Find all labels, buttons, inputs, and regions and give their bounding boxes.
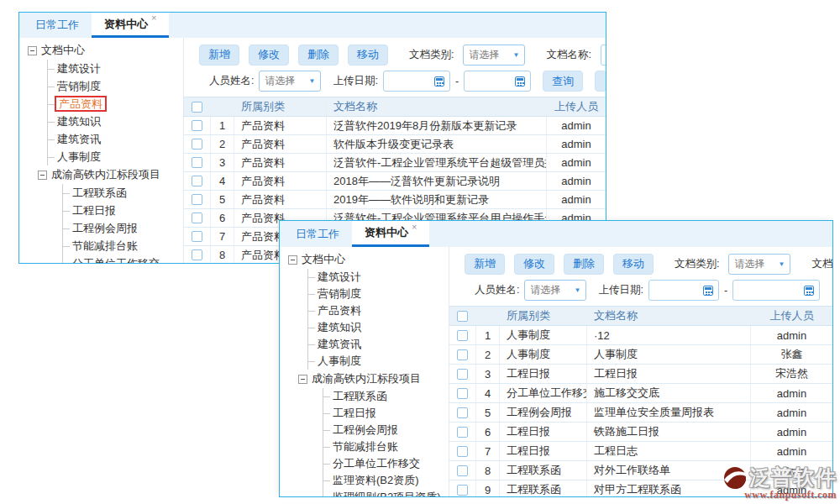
clipped-button[interactable] xyxy=(595,71,606,92)
row-checkbox[interactable] xyxy=(184,209,211,227)
row-checkbox[interactable] xyxy=(449,461,476,480)
tree-item[interactable]: 建筑设计 xyxy=(308,269,449,286)
person-name-select[interactable]: 请选择 ▼ xyxy=(524,280,586,301)
row-checkbox[interactable] xyxy=(184,117,211,134)
tree-root-document-center[interactable]: 文档中心 xyxy=(28,41,183,60)
calendar-icon[interactable] xyxy=(804,286,814,296)
edit-button[interactable]: 修改 xyxy=(514,254,554,275)
table-row[interactable]: 2 人事制度 人事制度 张鑫 xyxy=(449,345,832,365)
header-category[interactable]: 所属别类 xyxy=(500,307,587,325)
person-name-select[interactable]: 请选择 ▼ xyxy=(259,71,321,92)
tree-item[interactable]: 监理细则(B2项目资质) xyxy=(323,489,449,496)
row-checkbox[interactable] xyxy=(449,326,476,344)
row-checkbox[interactable] xyxy=(184,172,211,190)
header-doc-name[interactable]: 文档名称 xyxy=(587,307,751,325)
table-row[interactable]: 4 产品资料 2018年——泛普软件更新记录说明 admin xyxy=(184,172,606,191)
tree-branch-project[interactable]: 成渝高铁内江标段项目 xyxy=(298,370,449,388)
row-checkbox[interactable] xyxy=(184,191,211,208)
select-all-checkbox[interactable] xyxy=(184,97,211,116)
tree-item[interactable]: 监理资料(B2资质) xyxy=(323,472,449,489)
row-checkbox[interactable] xyxy=(184,154,211,171)
row-checkbox[interactable] xyxy=(184,135,211,153)
calendar-icon[interactable] xyxy=(703,286,713,296)
tree-item[interactable]: 工程例会周报 xyxy=(63,219,183,237)
tab-daily-work[interactable]: 日常工作 xyxy=(283,221,352,247)
tree-branch-project[interactable]: 成渝高铁内江标段项目 xyxy=(38,165,183,184)
select-all-checkbox[interactable] xyxy=(449,307,476,325)
add-button[interactable]: 新增 xyxy=(199,45,239,66)
edit-button[interactable]: 修改 xyxy=(249,45,289,66)
tree-item[interactable]: 人事制度 xyxy=(48,148,183,165)
collapse-icon[interactable] xyxy=(298,375,307,384)
tree-item[interactable]: 工程联系函 xyxy=(63,184,183,202)
upload-date-to-input[interactable] xyxy=(732,280,820,301)
row-checkbox[interactable] xyxy=(449,442,476,460)
calendar-icon[interactable] xyxy=(515,76,525,87)
doc-category-select[interactable]: 请选择 ▼ xyxy=(463,45,525,66)
tree-item[interactable]: 产品资料 xyxy=(308,302,449,319)
calendar-icon[interactable] xyxy=(434,76,444,87)
row-checkbox[interactable] xyxy=(449,345,476,364)
collapse-icon[interactable] xyxy=(288,255,297,265)
upload-date-to-input[interactable] xyxy=(464,71,531,92)
tab-data-center[interactable]: 资料中心 × xyxy=(352,221,429,247)
upload-date-from-input[interactable] xyxy=(648,280,719,301)
close-icon[interactable]: × xyxy=(412,223,417,232)
tree-item[interactable]: 产品资料 xyxy=(48,95,183,113)
tree-item[interactable]: 分工单位工作移交 xyxy=(323,455,449,472)
row-doc-name: 工程日志 xyxy=(587,442,751,460)
row-checkbox[interactable] xyxy=(449,403,476,422)
table-row[interactable]: 2 产品资料 软件版本升级变更记录表 admin xyxy=(184,135,606,154)
table-row[interactable]: 5 产品资料 2019年——软件说明和更新记录 admin xyxy=(184,191,606,209)
row-checkbox[interactable] xyxy=(184,228,211,245)
tree-item[interactable]: 工程例会周报 xyxy=(323,422,449,438)
tree-item[interactable]: 人事制度 xyxy=(308,353,449,370)
collapse-icon[interactable] xyxy=(38,171,47,180)
tree-item[interactable]: 工程联系函 xyxy=(323,388,449,405)
close-icon[interactable]: × xyxy=(151,13,156,23)
add-button[interactable]: 新增 xyxy=(465,254,505,275)
header-uploader[interactable]: 上传人员 xyxy=(547,97,606,116)
header-doc-name[interactable]: 文档名称 xyxy=(327,97,547,116)
tree-item[interactable]: 营销制度 xyxy=(48,77,183,95)
table-row[interactable]: 3 工程日报 工程日报 宋浩然 xyxy=(449,365,832,384)
tree-item[interactable]: 节能减排台账 xyxy=(323,438,449,455)
tree-item[interactable]: 工程日报 xyxy=(323,405,449,422)
tree-item[interactable]: 节能减排台账 xyxy=(63,237,183,255)
select-value: 请选择 xyxy=(734,257,764,271)
table-row[interactable]: 7 工程日报 工程日志 admin xyxy=(449,442,832,461)
tab-daily-work[interactable]: 日常工作 xyxy=(23,13,92,38)
header-uploader[interactable]: 上传人员 xyxy=(751,307,832,325)
table-row[interactable]: 6 工程日报 铁路施工日报 admin xyxy=(449,423,832,442)
tree-item[interactable]: 建筑知识 xyxy=(48,113,183,130)
upload-date-from-input[interactable] xyxy=(383,71,450,92)
move-button[interactable]: 移动 xyxy=(613,254,654,275)
tree-item[interactable]: 工程日报 xyxy=(63,202,183,219)
table-row[interactable]: 1 产品资料 泛普软件2019年8月份新版本更新记录 admin xyxy=(184,117,606,135)
tree-root-document-center[interactable]: 文档中心 xyxy=(288,250,449,269)
tree-item[interactable]: 建筑资讯 xyxy=(308,336,449,353)
delete-button[interactable]: 删除 xyxy=(298,45,339,66)
row-checkbox[interactable] xyxy=(449,384,476,402)
query-button[interactable]: 查询 xyxy=(543,71,583,92)
doc-name-input[interactable] xyxy=(601,45,606,66)
header-category[interactable]: 所属别类 xyxy=(234,97,327,116)
tree-item[interactable]: 建筑设计 xyxy=(48,60,183,77)
tree-item[interactable]: 建筑资讯 xyxy=(48,130,183,148)
tree-item[interactable]: 营销制度 xyxy=(308,286,449,302)
doc-category-select[interactable]: 请选择 ▼ xyxy=(728,254,790,275)
tree-item[interactable]: 建筑知识 xyxy=(308,319,449,336)
row-checkbox[interactable] xyxy=(449,480,476,496)
collapse-icon[interactable] xyxy=(28,46,37,55)
tree-item[interactable]: 分工单位工作移交 xyxy=(63,255,183,263)
table-row[interactable]: 5 工程例会周报 监理单位安全质量周报表 admin xyxy=(449,403,832,423)
table-row[interactable]: 3 产品资料 泛普软件-工程企业管理系统平台超级管理员操作手册 admin xyxy=(184,154,606,172)
table-row[interactable]: 1 人事制度 ·12 admin xyxy=(449,326,832,345)
row-checkbox[interactable] xyxy=(449,423,476,441)
tab-data-center[interactable]: 资料中心 × xyxy=(92,13,169,38)
row-checkbox[interactable] xyxy=(449,365,476,383)
row-checkbox[interactable] xyxy=(184,246,211,263)
table-row[interactable]: 4 分工单位工作移交 施工移交交底 admin xyxy=(449,384,832,403)
move-button[interactable]: 移动 xyxy=(348,45,388,66)
delete-button[interactable]: 删除 xyxy=(564,254,604,275)
